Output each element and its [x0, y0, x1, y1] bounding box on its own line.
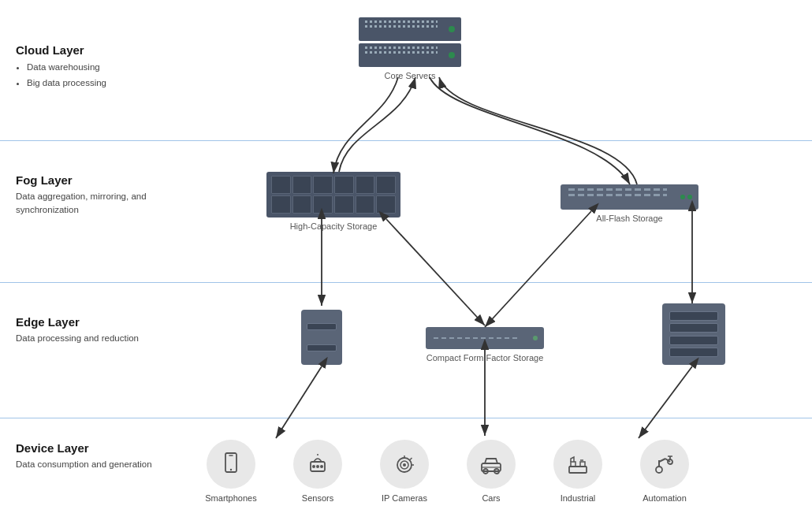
svg-line-37 [276, 366, 322, 438]
svg-point-10 [403, 463, 406, 467]
iot-architecture-diagram: Cloud Layer Data warehousing Big data pr… [0, 0, 812, 528]
edge-right-nas [662, 303, 725, 365]
all-flash-storage: All-Flash Storage [561, 184, 698, 223]
device-layer-label: Device Layer Data consumption and genera… [16, 441, 162, 471]
fog-layer-label: Fog Layer Data aggregation, mirroring, a… [16, 173, 162, 218]
car-icon [467, 440, 516, 489]
device-ip-cameras: IP Cameras [361, 440, 448, 503]
svg-line-34 [386, 219, 485, 325]
svg-line-39 [639, 366, 692, 438]
svg-point-22 [656, 467, 662, 473]
svg-rect-19 [571, 462, 575, 467]
edge-device-divider [0, 418, 812, 418]
svg-point-2 [230, 469, 232, 470]
device-layer-icons: Smartphones Sensors [188, 440, 708, 503]
svg-rect-20 [580, 462, 585, 467]
svg-point-5 [316, 465, 319, 468]
svg-rect-18 [569, 467, 587, 473]
industrial-icon [553, 440, 602, 489]
device-sensors: Sensors [274, 440, 361, 503]
device-smartphones: Smartphones [188, 440, 274, 503]
core-servers: Core Servers [359, 17, 461, 80]
svg-point-4 [312, 465, 315, 468]
fog-edge-divider [0, 282, 812, 283]
device-cars: Cars [448, 440, 535, 503]
smartphone-icon [207, 440, 255, 489]
compact-storage: Compact Form Factor Storage [426, 327, 544, 363]
device-automation: Automation [621, 440, 708, 503]
device-industrial: Industrial [535, 440, 621, 503]
automation-icon [640, 440, 689, 489]
high-capacity-storage: High-Capacity Storage [266, 172, 400, 231]
cloud-fog-divider [0, 140, 812, 141]
svg-line-24 [659, 459, 665, 462]
svg-line-36 [485, 211, 591, 327]
cloud-layer-label: Cloud Layer Data warehousing Big data pr… [16, 43, 162, 91]
svg-line-12 [410, 458, 412, 460]
edge-left-nas [301, 310, 342, 365]
sensor-icon [293, 440, 342, 489]
ip-camera-icon [380, 440, 429, 489]
svg-point-6 [320, 465, 323, 468]
edge-layer-label: Edge Layer Data processing and reduction [16, 315, 162, 345]
